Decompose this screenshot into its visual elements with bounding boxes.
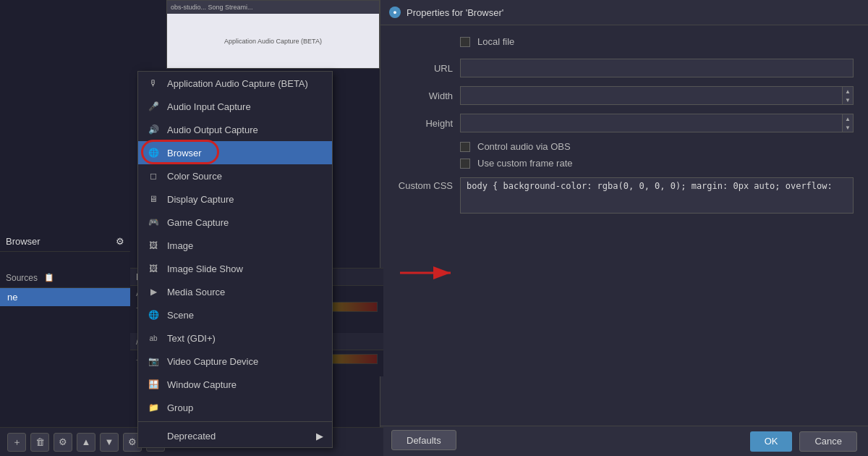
add-source-btn[interactable]: ＋	[7, 433, 26, 452]
url-row: URL	[395, 59, 854, 77]
menu-item-media[interactable]: ▶ Media Source	[138, 280, 332, 303]
group-label: Group	[167, 402, 193, 413]
deprecated-label: Deprecated	[167, 431, 216, 442]
menu-item-display[interactable]: 🖥 Display Capture	[138, 187, 332, 211]
browser-toolbar: obs-studio... Song Streami...	[167, 1, 379, 14]
menu-item-deprecated[interactable]: Deprecated ▶	[138, 424, 332, 447]
menu-item-audio-output[interactable]: 🔊 Audio Output Capture	[138, 118, 332, 141]
menu-item-image-slideshow[interactable]: 🖼 Image Slide Show	[138, 257, 332, 280]
scene-label: Browser	[6, 236, 41, 247]
text-gdi-icon: ab	[147, 332, 160, 345]
sources-icon: 📋	[44, 273, 54, 282]
height-label: Height	[395, 118, 453, 129]
properties-title: Properties for 'Browser'	[407, 7, 503, 18]
menu-separator	[138, 421, 332, 422]
move-up-btn[interactable]: ▲	[77, 433, 95, 452]
deprecated-submenu-item: Deprecated ▶	[167, 431, 323, 442]
url-label: URL	[395, 63, 453, 74]
menu-item-group[interactable]: 📁 Group	[138, 396, 332, 419]
color-icon: ◻	[147, 169, 160, 182]
media-label: Media Source	[167, 287, 225, 297]
active-source-item[interactable]: ne	[0, 288, 130, 306]
menu-item-game[interactable]: 🎮 Game Capture	[138, 211, 332, 234]
window-icon: 🪟	[147, 378, 160, 391]
game-label: Game Capture	[167, 217, 229, 228]
menu-item-app-audio[interactable]: 🎙 Application Audio Capture (BETA)	[138, 72, 332, 95]
width-spinner: ▲ ▼	[842, 86, 854, 105]
audio-output-label: Audio Output Capture	[167, 124, 258, 135]
color-label: Color Source	[167, 171, 222, 182]
height-down-btn[interactable]: ▼	[843, 123, 853, 132]
remove-source-btn[interactable]: 🗑	[30, 433, 49, 452]
image-icon: 🖼	[147, 239, 160, 252]
menu-item-image[interactable]: 🖼 Image	[138, 234, 332, 257]
sources-header: Sources 📋	[0, 268, 130, 288]
control-audio-checkbox[interactable]	[460, 142, 470, 152]
height-input-container: 600 ▲ ▼	[460, 114, 854, 132]
control-audio-row: Control audio via OBS	[395, 141, 854, 152]
ok-button[interactable]: OK	[750, 431, 793, 452]
image-label: Image	[167, 240, 193, 251]
width-row: Width 800 ▲ ▼	[395, 86, 854, 105]
display-label: Display Capture	[167, 194, 234, 205]
browser-tab: obs-studio... Song Streami...	[171, 4, 253, 11]
custom-frame-checkbox[interactable]	[460, 159, 470, 169]
text-gdi-label: Text (GDI+)	[167, 333, 216, 344]
media-icon: ▶	[147, 285, 160, 298]
active-source-label: ne	[7, 292, 17, 303]
menu-item-scene[interactable]: 🌐 Scene	[138, 303, 332, 326]
menu-item-text-gdi[interactable]: ab Text (GDI+)	[138, 326, 332, 350]
move-down-btn[interactable]: ▼	[100, 433, 119, 452]
source-settings-btn[interactable]: ⚙	[54, 433, 72, 452]
local-file-checkbox[interactable]	[460, 37, 470, 47]
sources-label: Sources	[6, 273, 38, 283]
window-label: Window Capture	[167, 379, 237, 390]
menu-item-browser[interactable]: 🌐 Browser	[138, 141, 332, 164]
width-input-container: 800 ▲ ▼	[460, 86, 854, 105]
browser-menu-icon: 🌐	[147, 146, 160, 159]
custom-css-label: Custom CSS	[395, 177, 453, 191]
slideshow-icon: 🖼	[147, 262, 160, 275]
menu-item-color[interactable]: ◻ Color Source	[138, 164, 332, 187]
width-input[interactable]: 800	[460, 86, 842, 105]
audio-input-label: Audio Input Capture	[167, 101, 251, 112]
browser-icon: ●	[389, 7, 401, 18]
properties-header: ● Properties for 'Browser'	[380, 0, 868, 25]
browser-preview: obs-studio... Song Streami... Applicatio…	[166, 0, 380, 69]
scene-label-menu: Scene	[167, 310, 194, 321]
menu-item-video[interactable]: 📷 Video Capture Device	[138, 350, 332, 373]
app-audio-label: Application Audio Capture (BETA)	[167, 78, 308, 89]
game-icon: 🎮	[147, 216, 160, 229]
properties-body: Local file URL Width 800 ▲ ▼ Height 600	[380, 25, 868, 233]
width-up-btn[interactable]: ▲	[843, 87, 853, 96]
video-icon: 📷	[147, 355, 160, 368]
height-up-btn[interactable]: ▲	[843, 114, 853, 123]
deprecated-icon	[147, 429, 160, 442]
scene-settings-icon[interactable]: ⚙	[116, 236, 124, 247]
local-file-row: Local file	[395, 36, 854, 47]
scene-icon: 🌐	[147, 308, 160, 321]
height-row: Height 600 ▲ ▼	[395, 114, 854, 132]
height-input[interactable]: 600	[460, 114, 842, 132]
audio-input-icon: 🎤	[147, 100, 160, 113]
app-audio-icon: 🎙	[147, 77, 160, 90]
width-down-btn[interactable]: ▼	[843, 96, 853, 104]
cancel-button[interactable]: Cance	[799, 431, 857, 452]
audio-output-icon: 🔊	[147, 123, 160, 136]
custom-css-row: Custom CSS body { background-color: rgba…	[395, 177, 854, 214]
scene-name: Browser ⚙	[0, 232, 130, 252]
width-label: Width	[395, 90, 453, 101]
deprecated-arrow-icon: ▶	[316, 431, 323, 442]
url-input[interactable]	[460, 59, 854, 77]
video-label: Video Capture Device	[167, 356, 258, 367]
local-file-label: Local file	[477, 36, 514, 47]
custom-frame-row: Use custom frame rate	[395, 158, 854, 169]
custom-frame-label: Use custom frame rate	[477, 158, 573, 169]
browser-label: Browser	[167, 148, 202, 159]
defaults-button[interactable]: Defaults	[391, 430, 456, 450]
custom-css-input[interactable]: body { background-color: rgba(0, 0, 0, 0…	[460, 177, 854, 214]
properties-panel: ● Properties for 'Browser' Local file UR…	[380, 0, 868, 456]
properties-footer: Defaults OK Cance	[380, 426, 868, 456]
menu-item-audio-input[interactable]: 🎤 Audio Input Capture	[138, 95, 332, 118]
menu-item-window[interactable]: 🪟 Window Capture	[138, 373, 332, 396]
